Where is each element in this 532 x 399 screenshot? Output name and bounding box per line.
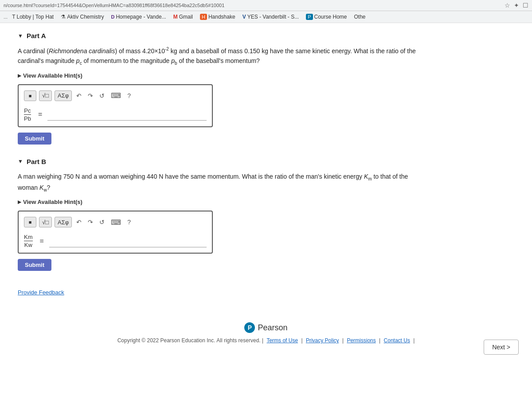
bookmarks-label: ...: [4, 14, 8, 20]
part-b-label: Part B: [27, 158, 46, 165]
privacy-policy-link[interactable]: Privacy Policy: [306, 337, 339, 344]
bookmark-yes-label: YES - Vanderbilt - S...: [247, 14, 299, 20]
bookmark-homepage-label: Homepage - Vande...: [116, 14, 166, 20]
bookmark-handshake-label: Handshake: [208, 14, 235, 20]
part-a-question: A cardinal (Richmondena cardinalis) of m…: [18, 46, 417, 67]
url-text: n/course.html?courseId=17544544&OpenVell…: [4, 3, 501, 8]
bookmark-yes[interactable]: V YES - Vanderbilt - S...: [240, 13, 302, 21]
provide-feedback-link[interactable]: Provide Feedback: [18, 289, 64, 296]
extension-icon[interactable]: ✦: [514, 2, 519, 9]
part-a-hints-label: View Available Hint(s): [23, 72, 82, 79]
lobby-icon: T: [12, 14, 15, 20]
part-a-fraction: Pc Pb: [24, 107, 31, 122]
bookmark-aktiv-label: Aktiv Chemistry: [67, 14, 104, 20]
part-b-header: ▼ Part B: [18, 158, 514, 165]
main-content: ▼ Part A A cardinal (Richmondena cardina…: [0, 23, 532, 396]
part-b-hints-arrow-icon: ▶: [18, 200, 21, 204]
bookmark-course-home-label: Course Home: [314, 14, 347, 20]
part-b-denominator: Kw: [24, 242, 32, 248]
part-b-sqrt-btn[interactable]: √□: [39, 217, 52, 227]
bookmark-gmail[interactable]: M Gmail: [171, 13, 196, 21]
part-b-greek-btn[interactable]: ΑΣφ: [55, 217, 72, 227]
part-a-label: Part A: [27, 32, 46, 39]
part-a-answer-input[interactable]: [47, 108, 207, 121]
part-b-fraction: Km Kw: [24, 234, 33, 248]
bookmark-gmail-label: Gmail: [179, 14, 193, 20]
part-a-undo-icon[interactable]: ↶: [74, 91, 83, 100]
bookmark-aktiv[interactable]: ⚗ Aktiv Chemistry: [58, 13, 106, 21]
bookmark-lobby[interactable]: T Lobby | Top Hat: [9, 13, 56, 21]
part-a-redo-icon[interactable]: ↷: [86, 91, 95, 100]
part-a-help-icon[interactable]: ?: [125, 91, 133, 100]
part-a-input-row: Pc Pb =: [22, 106, 208, 123]
footer-area: Provide Feedback P Pearson Copyright © 2…: [18, 284, 514, 344]
homepage-icon: D: [111, 14, 114, 20]
part-a-header: ▼ Part A: [18, 32, 514, 39]
part-b-submit-button[interactable]: Submit: [18, 259, 51, 271]
part-b-answer-box: ■ √□ ΑΣφ ↶ ↷ ↺ ⌨ ? Km Kw =: [18, 211, 213, 254]
contact-us-link[interactable]: Contact Us: [384, 337, 410, 344]
pearson-p-icon: P: [244, 322, 255, 333]
part-a-equals: =: [38, 110, 42, 118]
part-b-input-row: Km Kw =: [22, 233, 208, 249]
part-a-collapse-arrow[interactable]: ▼: [18, 33, 23, 39]
part-a-submit-button[interactable]: Submit: [18, 133, 51, 145]
part-b-section: ▼ Part B A man weighing 750 N and a woma…: [18, 158, 514, 271]
part-a-denominator: Pb: [24, 115, 31, 122]
bookmark-other-label: Othe: [354, 14, 366, 20]
pearson-name: Pearson: [258, 323, 287, 332]
part-b-keyboard-icon[interactable]: ⌨: [109, 217, 123, 227]
bookmark-course-home[interactable]: P Course Home: [303, 13, 349, 21]
handshake-icon: H: [200, 14, 207, 20]
next-button[interactable]: Next >: [484, 340, 519, 355]
part-b-help-icon[interactable]: ?: [125, 218, 133, 227]
part-a-keyboard-icon[interactable]: ⌨: [109, 90, 123, 101]
aktiv-icon: ⚗: [61, 14, 66, 20]
bookmark-handshake[interactable]: H Handshake: [197, 13, 238, 21]
part-a-frac-line: [24, 114, 31, 115]
part-a-numerator: Pc: [24, 107, 31, 114]
window-icon[interactable]: ☐: [523, 2, 528, 9]
browser-icons: ☆ ✦ ☐: [505, 2, 528, 9]
part-a-answer-box: ■ √□ ΑΣφ ↶ ↷ ↺ ⌨ ? Pc Pb =: [18, 84, 213, 127]
part-b-refresh-icon[interactable]: ↺: [98, 218, 106, 227]
part-b-toolbar: ■ √□ ΑΣφ ↶ ↷ ↺ ⌨ ?: [22, 215, 208, 229]
pearson-footer: P Pearson Copyright © 2022 Pearson Educa…: [18, 313, 514, 344]
bookmark-other[interactable]: Othe: [352, 13, 368, 21]
part-b-view-hints[interactable]: ▶ View Available Hint(s): [18, 199, 514, 205]
bookmarks-bar: ... T Lobby | Top Hat ⚗ Aktiv Chemistry …: [0, 11, 532, 23]
gmail-icon: M: [173, 14, 178, 20]
course-home-icon: P: [306, 14, 313, 20]
part-b-redo-icon[interactable]: ↷: [86, 218, 95, 227]
part-b-matrix-btn[interactable]: ■: [24, 217, 36, 227]
part-a-section: ▼ Part A A cardinal (Richmondena cardina…: [18, 32, 514, 145]
part-a-sqrt-btn[interactable]: √□: [39, 90, 52, 101]
part-b-answer-input[interactable]: [49, 235, 207, 247]
terms-of-use-link[interactable]: Terms of Use: [266, 337, 298, 344]
pearson-logo: P Pearson: [18, 322, 514, 333]
part-b-frac-line: [24, 241, 33, 241]
part-a-refresh-icon[interactable]: ↺: [98, 91, 106, 100]
permissions-link[interactable]: Permissions: [347, 337, 376, 344]
url-bar: n/course.html?courseId=17544544&OpenVell…: [0, 0, 532, 11]
part-b-undo-icon[interactable]: ↶: [74, 218, 83, 227]
bookmark-star-icon[interactable]: ☆: [505, 2, 510, 9]
part-a-matrix-btn[interactable]: ■: [24, 90, 36, 101]
yes-icon: V: [243, 14, 246, 20]
hints-arrow-icon: ▶: [18, 73, 21, 78]
part-b-hints-label: View Available Hint(s): [23, 199, 82, 205]
copyright-text: Copyright © 2022 Pearson Education Inc. …: [18, 337, 514, 344]
part-a-toolbar: ■ √□ ΑΣφ ↶ ↷ ↺ ⌨ ?: [22, 89, 208, 103]
part-b-collapse-arrow[interactable]: ▼: [18, 158, 23, 164]
bookmark-homepage[interactable]: D Homepage - Vande...: [108, 13, 168, 21]
part-b-equals: =: [40, 237, 44, 245]
part-b-numerator: Km: [24, 234, 33, 240]
part-a-view-hints[interactable]: ▶ View Available Hint(s): [18, 72, 514, 79]
part-b-question: A man weighing 750 N and a woman weighin…: [18, 172, 417, 194]
copyright-notice: Copyright © 2022 Pearson Education Inc. …: [117, 337, 261, 344]
bookmark-lobby-label: Lobby | Top Hat: [17, 14, 54, 20]
part-a-greek-btn[interactable]: ΑΣφ: [55, 90, 72, 101]
